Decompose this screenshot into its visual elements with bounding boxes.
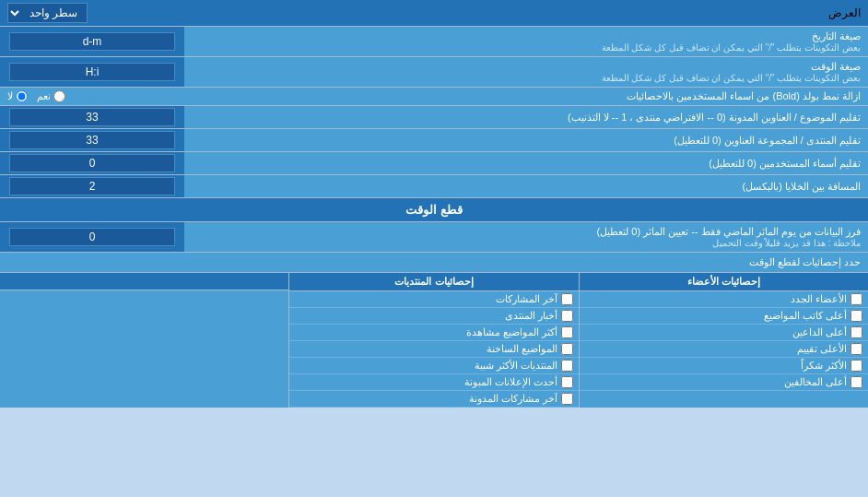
checkbox-forum-news[interactable]: [561, 310, 573, 322]
bold-remove-label: ازالة نمط بولد (Bold) من اسماء المستخدمي…: [627, 90, 861, 102]
check-most-thanked: الأكثر شكراً: [580, 358, 868, 374]
cell-padding-input-wrap: [0, 175, 184, 197]
col-members-header: إحصائيات الأعضاء: [580, 273, 868, 291]
col-members: إحصائيات الأعضاء الأعضاء الجدد أعلى كاتب…: [579, 273, 868, 408]
checkbox-new-members[interactable]: [850, 293, 862, 305]
col-right-header: [0, 273, 288, 290]
trim-users-input[interactable]: [9, 154, 175, 172]
check-last-posts: آخر المشاركات: [289, 291, 578, 308]
check-hot-topics: المواضيع الساخنة: [289, 341, 578, 358]
trim-users-input-wrap: [0, 152, 184, 174]
time-format-input-wrap: [0, 57, 184, 87]
checkboxes-section: إحصائيات الأعضاء الأعضاء الجدد أعلى كاتب…: [0, 273, 868, 408]
check-top-violators: أعلى المخالفين: [580, 374, 868, 391]
trim-subject-label: تقليم الموضوع / العناوين المدونة (0 -- ا…: [184, 106, 868, 128]
col-forums: إحصائيات المنتديات آخر المشاركات أخبار ا…: [288, 273, 578, 408]
trim-forum-row: تقليم المنتدى / المجموعة العناوين (0 للت…: [0, 129, 868, 152]
checkbox-latest-announcements[interactable]: [561, 376, 573, 388]
trim-forum-input-wrap: [0, 129, 184, 151]
checkbox-most-viewed[interactable]: [561, 326, 573, 338]
date-format-row: صيغة التاريخ بعض التكوينات يتطلب "/" الت…: [0, 27, 868, 57]
check-most-viewed: أكثر المواضيع مشاهدة: [289, 325, 578, 341]
time-format-row: صيغة الوقت بعض التكوينات يتطلب "/" التي …: [0, 57, 868, 88]
date-format-input-wrap: [0, 27, 184, 56]
check-top-rated: الأعلى تقييم: [580, 341, 868, 358]
time-format-label: صيغة الوقت بعض التكوينات يتطلب "/" التي …: [184, 57, 868, 87]
col-forums-header: إحصائيات المنتديات: [289, 273, 578, 291]
check-forum-news: أخبار المنتدى: [289, 308, 578, 325]
checkbox-most-popular-forums[interactable]: [561, 360, 573, 372]
fetch-input-wrap: [0, 222, 184, 252]
display-label: العرض: [828, 6, 861, 19]
trim-users-row: تقليم أسماء المستخدمين (0 للتعطيل): [0, 152, 868, 175]
checkbox-top-violators[interactable]: [850, 376, 862, 388]
fetch-row: فرز البيانات من يوم الماثر الماضي فقط --…: [0, 222, 868, 253]
bold-remove-yes[interactable]: نعم: [37, 90, 65, 102]
fetch-input[interactable]: [9, 228, 175, 246]
cutoff-header: قطع الوقت: [0, 198, 868, 222]
checkbox-last-posts[interactable]: [561, 293, 573, 305]
main-container: العرض سطر واحد سطرين ثلاثة أسطر صيغة الت…: [0, 0, 868, 408]
bold-remove-row: ازالة نمط بولد (Bold) من اسماء المستخدمي…: [0, 88, 868, 106]
trim-forum-label: تقليم المنتدى / المجموعة العناوين (0 للت…: [184, 129, 868, 151]
checkbox-top-rated[interactable]: [850, 343, 862, 355]
check-last-blog-posts: آخر مشاركات المدونة: [289, 391, 578, 408]
checkbox-top-writer[interactable]: [850, 310, 862, 322]
trim-subject-row: تقليم الموضوع / العناوين المدونة (0 -- ا…: [0, 106, 868, 129]
trim-subject-input[interactable]: [9, 108, 175, 126]
limit-section: حدد إحصائيات لقطع الوقت: [0, 253, 868, 273]
date-format-label: صيغة التاريخ بعض التكوينات يتطلب "/" الت…: [184, 27, 868, 56]
check-most-popular-forums: المنتديات الأكثر شببة: [289, 358, 578, 374]
trim-users-label: تقليم أسماء المستخدمين (0 للتعطيل): [184, 152, 868, 174]
checkbox-hot-topics[interactable]: [561, 343, 573, 355]
bold-remove-radios: نعم لا: [7, 90, 65, 102]
trim-subject-input-wrap: [0, 106, 184, 128]
check-new-members: الأعضاء الجدد: [580, 291, 868, 308]
trim-forum-input[interactable]: [9, 131, 175, 149]
col-right: [0, 273, 288, 408]
check-top-inviters: أعلى الداعين: [580, 325, 868, 341]
checkbox-most-thanked[interactable]: [850, 360, 862, 372]
checkbox-top-inviters[interactable]: [850, 326, 862, 338]
display-row: العرض سطر واحد سطرين ثلاثة أسطر: [0, 0, 868, 27]
time-format-input[interactable]: [9, 63, 175, 81]
check-top-writer: أعلى كاتب المواضيع: [580, 308, 868, 325]
cell-padding-label: المسافة بين الخلايا (بالبكسل): [184, 175, 868, 197]
date-format-input[interactable]: [9, 32, 175, 51]
cell-padding-input[interactable]: [9, 177, 175, 195]
fetch-label: فرز البيانات من يوم الماثر الماضي فقط --…: [184, 222, 868, 252]
bold-remove-no[interactable]: لا: [7, 90, 28, 102]
display-select[interactable]: سطر واحد سطرين ثلاثة أسطر: [7, 3, 88, 23]
check-latest-announcements: أحدث الإعلانات المبونة: [289, 374, 578, 391]
cell-padding-row: المسافة بين الخلايا (بالبكسل): [0, 175, 868, 198]
checkbox-last-blog-posts[interactable]: [561, 393, 573, 405]
